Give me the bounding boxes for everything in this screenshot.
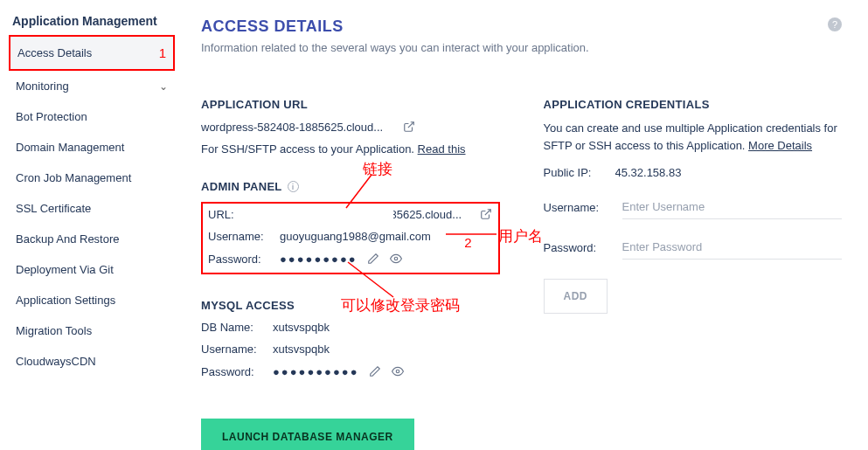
credentials-note: You can create and use multiple Applicat… xyxy=(544,120,843,154)
db-username-value: xutsvspqbk xyxy=(273,343,500,356)
section-application-url: APPLICATION URL wordpress-582408-1885625… xyxy=(201,98,500,156)
section-mysql-access: MYSQL ACCESS DB Name: xutsvspqbk Usernam… xyxy=(201,299,500,378)
left-column: APPLICATION URL wordpress-582408-1885625… xyxy=(201,98,500,450)
page-title: ACCESS DETAILS xyxy=(201,17,589,36)
db-name-value: xutsvspqbk xyxy=(273,321,500,334)
page-subtitle: Information related to the several ways … xyxy=(201,41,589,54)
cred-username-input[interactable] xyxy=(622,195,843,219)
sidebar-item-label: Deployment Via Git xyxy=(16,263,114,276)
public-ip-label: Public IP: xyxy=(544,166,607,179)
read-this-link[interactable]: Read this xyxy=(418,142,466,156)
section-application-credentials: APPLICATION CREDENTIALS You can create a… xyxy=(544,98,843,314)
sidebar-item-application-settings[interactable]: Application Settings xyxy=(9,285,175,315)
more-details-link[interactable]: More Details xyxy=(748,139,812,152)
section-admin-panel: ADMIN PANEL i URL: wordpress-582408-1885… xyxy=(201,180,500,274)
sidebar-item-label: Monitoring xyxy=(16,80,69,93)
cred-password-label: Password: xyxy=(544,241,607,254)
section-title: APPLICATION URL xyxy=(201,98,500,111)
svg-point-2 xyxy=(394,257,398,260)
sidebar: Application Management Access Details 1 … xyxy=(0,0,175,450)
sidebar-title: Application Management xyxy=(9,9,175,35)
svg-line-1 xyxy=(484,210,490,215)
sidebar-item-cloudways-cdn[interactable]: CloudwaysCDN xyxy=(9,346,175,377)
sidebar-item-domain-management[interactable]: Domain Management xyxy=(9,132,175,163)
launch-database-manager-button[interactable]: LAUNCH DATABASE MANAGER xyxy=(201,419,414,450)
cred-username-label: Username: xyxy=(544,201,607,214)
svg-line-0 xyxy=(408,122,413,128)
info-icon[interactable]: i xyxy=(288,181,299,192)
main-panel: ACCESS DETAILS Information related to th… xyxy=(175,0,868,450)
sidebar-item-label: Application Settings xyxy=(16,294,115,307)
admin-url-label: URL: xyxy=(208,208,271,221)
sidebar-item-label: Migration Tools xyxy=(16,324,92,337)
ssh-note: For SSH/SFTP access to your Application.… xyxy=(201,142,500,156)
sidebar-item-label: Bot Protection xyxy=(16,110,87,123)
sidebar-item-deployment-git[interactable]: Deployment Via Git xyxy=(9,254,175,285)
sidebar-item-label: Backup And Restore xyxy=(16,232,120,246)
edit-icon[interactable] xyxy=(368,364,382,378)
db-username-label: Username: xyxy=(201,343,264,356)
annotation-number-1: 1 xyxy=(143,45,166,60)
eye-icon[interactable] xyxy=(391,364,405,378)
admin-password-masked: ●●●●●●●●● xyxy=(280,253,358,266)
sidebar-item-label: Domain Management xyxy=(16,141,124,154)
sidebar-item-label: Access Details xyxy=(17,46,92,59)
redaction-mask xyxy=(280,208,393,222)
db-name-label: DB Name: xyxy=(201,321,264,334)
db-password-label: Password: xyxy=(201,365,264,378)
sidebar-item-label: CloudwaysCDN xyxy=(16,355,96,368)
section-title: APPLICATION CREDENTIALS xyxy=(544,98,843,111)
section-title: ADMIN PANEL i xyxy=(201,180,500,193)
eye-icon[interactable] xyxy=(389,252,403,266)
section-title: MYSQL ACCESS xyxy=(201,299,500,312)
external-link-icon[interactable] xyxy=(479,207,493,221)
add-credential-button[interactable]: ADD xyxy=(544,279,608,314)
admin-panel-box: URL: wordpress-582408-1885625.cloud... U… xyxy=(201,202,500,274)
right-column: APPLICATION CREDENTIALS You can create a… xyxy=(544,98,843,450)
annotation-number-2: 2 xyxy=(448,235,471,250)
chevron-down-icon: ⌄ xyxy=(159,80,168,93)
svg-point-3 xyxy=(396,370,399,373)
external-link-icon[interactable] xyxy=(402,120,416,134)
public-ip-value: 45.32.158.83 xyxy=(615,166,843,179)
edit-icon[interactable] xyxy=(366,252,380,266)
sidebar-item-backup-restore[interactable]: Backup And Restore xyxy=(9,224,175,254)
sidebar-item-access-details[interactable]: Access Details 1 xyxy=(9,35,175,71)
sidebar-item-label: SSL Certificate xyxy=(16,202,91,215)
help-icon[interactable]: ? xyxy=(828,17,842,31)
admin-password-label: Password: xyxy=(208,253,271,266)
admin-username-value: guoyuguang1988@gmail.com xyxy=(280,230,472,243)
sidebar-item-ssl-certificate[interactable]: SSL Certificate xyxy=(9,193,175,224)
sidebar-item-monitoring[interactable]: Monitoring ⌄ xyxy=(9,71,175,101)
sidebar-item-cron-job-management[interactable]: Cron Job Management xyxy=(9,163,175,193)
sidebar-item-migration-tools[interactable]: Migration Tools xyxy=(9,315,175,346)
db-password-masked: ●●●●●●●●●● xyxy=(273,365,359,378)
application-url-value: wordpress-582408-1885625.cloud... xyxy=(201,121,393,134)
cred-password-input[interactable] xyxy=(622,235,843,260)
sidebar-item-bot-protection[interactable]: Bot Protection xyxy=(9,101,175,132)
sidebar-item-label: Cron Job Management xyxy=(16,171,131,184)
admin-username-label: Username: xyxy=(208,230,271,243)
